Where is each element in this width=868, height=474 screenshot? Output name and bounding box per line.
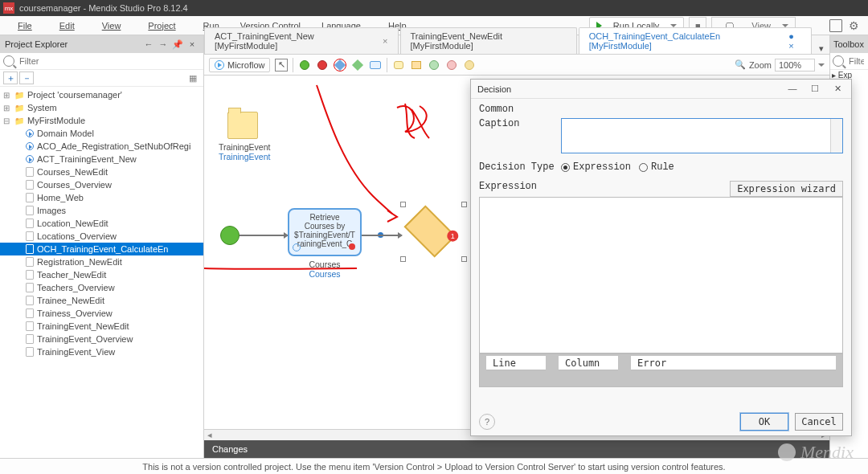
project-explorer-filter [0, 53, 203, 70]
chevron-down-icon[interactable] [818, 63, 825, 67]
tab[interactable]: TrainingEvent_NewEdit [MyFirstModule] [400, 27, 577, 54]
tree-item[interactable]: TrainingEvent_NewEdit [0, 320, 203, 333]
scroll-left-icon[interactable]: ◂ [204, 430, 215, 440]
decision-dialog: Decision — ☐ ✕ Common Caption Decision T… [470, 79, 852, 436]
tree-item[interactable]: TrainingEvent_View [0, 345, 203, 358]
shape-icon[interactable] [445, 59, 458, 72]
changes-title: Changes [212, 444, 248, 454]
activity-output-link[interactable]: Courses [288, 269, 362, 279]
ok-button[interactable]: OK [740, 413, 788, 431]
tree-item[interactable]: Images [0, 204, 203, 217]
titlebar-text: coursemanager - Mendix Studio Pro 8.12.4 [19, 3, 188, 13]
chevron-down-icon[interactable] [782, 24, 788, 27]
radio-expression[interactable]: Expression [561, 161, 631, 173]
microflow-indicator[interactable]: Microflow [209, 58, 270, 72]
menu-view[interactable]: View [89, 19, 134, 32]
chevron-down-icon[interactable] [670, 24, 677, 27]
param-shape-icon[interactable] [410, 59, 423, 72]
resize-handle[interactable] [461, 202, 467, 207]
expand-all-icon[interactable]: ＋ [3, 72, 18, 84]
flow-arrow [362, 235, 402, 236]
expression-wizard-button[interactable]: Expression wizard [730, 181, 843, 197]
tree-project[interactable]: ⊞📁Project 'coursemanager' [0, 88, 203, 101]
close-icon[interactable]: ✕ [830, 84, 845, 94]
resize-handle[interactable] [400, 256, 406, 262]
tree-item[interactable]: Locations_Overview [0, 230, 203, 243]
tree-item[interactable]: Home_Web [0, 191, 203, 204]
tree-system[interactable]: ⊞📁System [0, 101, 203, 114]
retrieve-activity[interactable]: Retrieve Courses by $TrainingEvent/T rai… [288, 208, 362, 256]
menu-edit[interactable]: Edit [47, 19, 88, 32]
merge-shape-icon[interactable] [351, 59, 364, 72]
col-error[interactable]: Error [631, 356, 836, 370]
tree-item[interactable]: ACT_TrainingEvent_New [0, 153, 203, 165]
tree-item-selected[interactable]: OCH_TrainingEvent_CalculateEn [0, 243, 203, 255]
filter-input[interactable] [18, 55, 200, 67]
start-node[interactable] [220, 226, 240, 245]
loop-shape-icon[interactable] [392, 59, 405, 72]
param-name: TrainingEvent [219, 142, 267, 152]
project-explorer-toolbar: ＋ － ▦ [0, 70, 203, 87]
tree-item[interactable]: Trainess_Overview [0, 307, 203, 320]
end-shape-icon[interactable] [316, 59, 329, 72]
nav-fwd-icon[interactable]: → [157, 38, 170, 51]
tree-module[interactable]: ⊟📁MyFirstModule [0, 114, 203, 127]
help-button[interactable]: ? [479, 414, 495, 430]
select-tool-icon[interactable]: ↖ [275, 59, 288, 72]
project-explorer-title: Project Explorer [5, 39, 68, 49]
tree-item[interactable]: Teachers_Overview [0, 281, 203, 294]
minimize-icon[interactable]: — [785, 84, 800, 94]
activity-shape-icon[interactable] [369, 59, 382, 72]
tree-item[interactable]: ACO_Ade_Registration_SetNubOfRegi [0, 140, 203, 153]
tabs-overflow-icon[interactable]: ▾ [813, 43, 829, 54]
store-icon[interactable] [829, 19, 842, 32]
toolbox-header: Toolbox [830, 35, 868, 53]
collapse-all-icon[interactable]: － [19, 72, 34, 84]
close-icon[interactable]: × [383, 36, 387, 46]
decision-shape-icon[interactable] [334, 59, 346, 72]
microflow-icon [215, 60, 224, 70]
tree-item[interactable]: Registration_NewEdit [0, 255, 203, 268]
tab-active[interactable]: OCH_TrainingEvent_CalculateEn [MyFirstMo… [579, 27, 813, 54]
flow-arrow [240, 235, 288, 236]
app-icon: mx [3, 2, 14, 14]
refresh-icon [293, 243, 301, 251]
pin-icon[interactable]: 📌 [171, 38, 184, 51]
col-line[interactable]: Line [486, 356, 546, 370]
close-icon[interactable]: × [186, 38, 199, 51]
shape-icon[interactable] [428, 59, 440, 72]
changes-panel-header[interactable]: Changes [204, 440, 829, 458]
zoom-icon[interactable]: 🔍 [735, 59, 746, 70]
tree-item[interactable]: Courses_NewEdit [0, 165, 203, 178]
dialog-titlebar[interactable]: Decision — ☐ ✕ [471, 80, 851, 99]
cancel-button[interactable]: Cancel [795, 413, 843, 431]
caption-input[interactable] [561, 118, 843, 153]
start-shape-icon[interactable] [298, 59, 311, 72]
project-tree[interactable]: ⊞📁Project 'coursemanager' ⊞📁System ⊟📁MyF… [0, 87, 203, 458]
tab[interactable]: ACT_TrainingEvent_New [MyFirstModule]× [204, 27, 399, 54]
shape-icon[interactable] [463, 59, 476, 72]
menu-project[interactable]: Project [135, 19, 188, 32]
tree-item[interactable]: Location_NewEdit [0, 217, 203, 230]
tree-item[interactable]: Trainee_NewEdit [0, 294, 203, 307]
gear-icon[interactable] [847, 19, 860, 32]
zoom-value[interactable]: 100% [775, 59, 815, 72]
tree-item[interactable]: Domain Model [0, 127, 203, 140]
folder-icon [227, 112, 258, 139]
maximize-icon[interactable]: ☐ [808, 84, 822, 94]
expression-editor[interactable] [479, 197, 843, 353]
tree-item[interactable]: Teacher_NewEdit [0, 268, 203, 281]
decision-node[interactable]: 1 [403, 205, 456, 257]
tree-item[interactable]: TrainingEvent_Overview [0, 333, 203, 345]
nav-back-icon[interactable]: ← [142, 38, 155, 51]
menu-file[interactable]: File [5, 19, 45, 32]
toolbox-filter-input[interactable] [847, 55, 866, 67]
radio-rule[interactable]: Rule [639, 161, 674, 173]
col-column[interactable]: Column [559, 356, 618, 370]
tree-item[interactable]: Courses_Overview [0, 178, 203, 191]
tree-options-icon[interactable]: ▦ [186, 72, 200, 84]
resize-handle[interactable] [461, 256, 467, 262]
param-type-link[interactable]: TrainingEvent [219, 152, 267, 161]
resize-handle[interactable] [400, 202, 406, 207]
parameter-entity[interactable]: TrainingEvent TrainingEvent [219, 112, 267, 161]
